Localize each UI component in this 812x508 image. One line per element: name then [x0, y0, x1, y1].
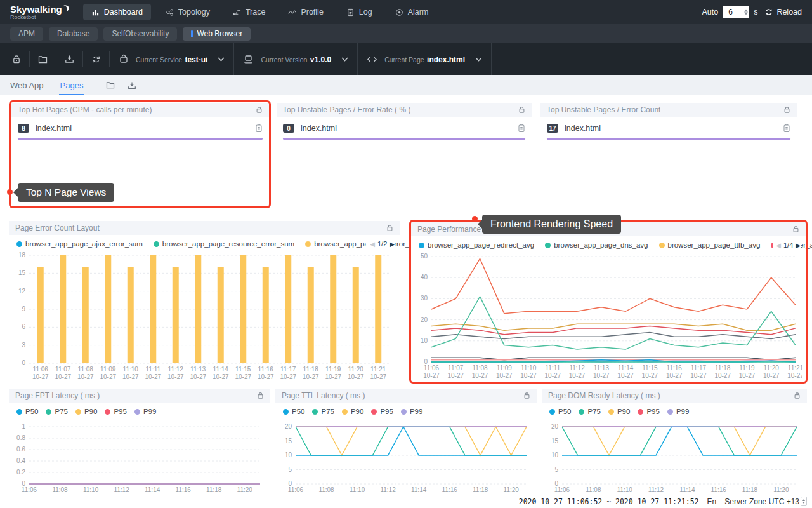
refresh-icon[interactable] [83, 51, 110, 67]
svg-text:10-27: 10-27 [787, 372, 802, 379]
svg-text:11:14: 11:14 [411, 486, 427, 493]
svg-text:10-27: 10-27 [666, 372, 683, 379]
legend-item[interactable]: browser_app_page_dns_avg [545, 241, 648, 249]
card-top-unstable-error-count: Top Unstable Pages / Error Count 17 inde… [540, 103, 797, 141]
svg-text:40: 40 [421, 274, 428, 281]
nav-item-log[interactable]: Log [338, 4, 381, 20]
svg-text:11:16: 11:16 [258, 366, 274, 373]
lock-icon[interactable] [257, 392, 264, 399]
lock-icon[interactable] [256, 106, 263, 114]
service-selector[interactable]: Current Service test-ui [110, 43, 234, 75]
code-icon [367, 55, 377, 64]
page-ttl-latency-chart[interactable]: 0510152011:0611:0811:1011:1211:1411:1611… [277, 418, 533, 499]
nav-item-alarm[interactable]: Alarm [387, 4, 437, 20]
svg-text:11:17: 11:17 [691, 364, 707, 371]
toplist-row[interactable]: 17 index.html [540, 117, 797, 138]
svg-text:11:21: 11:21 [788, 364, 802, 371]
tab-database[interactable]: Database [49, 27, 98, 41]
svg-text:10-27: 10-27 [447, 372, 464, 379]
legend-item[interactable]: P95 [371, 408, 393, 415]
toplist-row[interactable]: 8 index.html [11, 117, 269, 138]
page-error-count-chart[interactable]: 036912151811:0610-2711:0710-2711:0810-27… [10, 250, 396, 382]
legend-item[interactable]: P75 [46, 408, 67, 415]
legend-item[interactable]: browser_app_page_js_error_sum [305, 240, 423, 248]
legend-label: P75 [587, 408, 600, 415]
dashboard-icon [91, 8, 100, 17]
legend-item[interactable]: P50 [283, 408, 304, 415]
legend-dot [659, 243, 665, 248]
legend-dot [312, 409, 318, 415]
lock-icon[interactable] [523, 392, 530, 399]
svg-text:11:20: 11:20 [348, 366, 364, 373]
main-menu: Dashboard Topology Trace Profile Log Ala… [83, 4, 437, 20]
svg-text:10-27: 10-27 [642, 372, 658, 379]
subtab-web-app[interactable]: Web App [10, 75, 44, 95]
chart-legend: ◀ 1/4 ▶ browser_app_page_redirect_avg br… [411, 236, 806, 251]
folder-icon[interactable] [106, 81, 115, 89]
lock-icon[interactable] [783, 106, 790, 114]
legend-item[interactable]: P50 [549, 408, 571, 415]
auto-interval-input[interactable]: 6 [723, 6, 749, 18]
pagination-prev-icon[interactable]: ◀ [776, 242, 781, 249]
legend-item[interactable]: P99 [134, 408, 156, 415]
pagination-next-icon[interactable]: ▶ [796, 242, 801, 249]
lock-icon[interactable] [386, 224, 393, 232]
svg-text:10-27: 10-27 [235, 373, 251, 380]
toplist-row[interactable]: 0 index.html [277, 117, 532, 138]
legend-item[interactable]: P75 [579, 408, 600, 415]
legend-item[interactable]: P95 [105, 408, 126, 415]
legend-item[interactable]: P90 [75, 408, 97, 415]
svg-text:10-27: 10-27 [593, 372, 610, 379]
legend-item[interactable]: P99 [401, 408, 422, 415]
page-selector[interactable]: Current Page index.html [358, 43, 492, 75]
reload-button[interactable]: Reload [764, 8, 802, 17]
lock-icon[interactable] [794, 392, 801, 399]
page-fpt-latency-chart[interactable]: 00.20.40.60.8111:0611:0811:1011:1211:141… [10, 418, 266, 499]
tab-web-browser[interactable]: Web Browser [183, 27, 251, 41]
page-performance-chart[interactable]: 0102030405011:0610-2711:0710-2711:0810-2… [412, 251, 802, 381]
lock-icon[interactable] [792, 225, 799, 233]
version-selector[interactable]: Current Version v1.0.0 [234, 43, 358, 75]
legend-dot [16, 241, 22, 247]
nav-item-trace[interactable]: Trace [225, 4, 274, 20]
copy-icon[interactable] [255, 124, 263, 133]
svg-text:0: 0 [22, 359, 25, 366]
nav-item-profile[interactable]: Profile [280, 4, 331, 20]
legend-item[interactable]: browser_app_page_ajax_error_sum [16, 240, 143, 248]
copy-icon[interactable] [518, 124, 525, 133]
legend-item[interactable]: P50 [16, 408, 38, 415]
tab-selfobservability[interactable]: SelfObservability [103, 27, 177, 41]
page-dom-ready-latency-chart[interactable]: 0510152011:0611:0811:1011:1211:1411:1611… [543, 418, 803, 499]
legend-item[interactable]: P90 [342, 408, 363, 415]
legend-item[interactable]: browser_app_page_resource_error_sum [154, 240, 294, 248]
legend-item[interactable]: browser_app_page_redirect_avg [419, 241, 534, 249]
folder-icon[interactable] [30, 51, 56, 67]
svg-text:6: 6 [22, 323, 25, 330]
legend-item[interactable]: P75 [312, 408, 334, 415]
svg-text:10: 10 [285, 451, 292, 458]
nav-item-topology[interactable]: Topology [157, 4, 218, 20]
lock-icon[interactable] [518, 106, 525, 114]
pagination-label: 1/4 [783, 241, 793, 249]
legend-item[interactable]: P95 [638, 408, 659, 415]
nav-item-dashboard[interactable]: Dashboard [83, 4, 151, 20]
svg-text:11:12: 11:12 [648, 486, 664, 493]
download-icon[interactable] [128, 81, 136, 90]
zone-stepper[interactable] [801, 497, 807, 506]
selector-label: Current Version [261, 56, 307, 64]
svg-text:11:12: 11:12 [114, 486, 129, 493]
logo[interactable]: Skywalking Rocketbot [10, 4, 69, 20]
copy-icon[interactable] [783, 124, 790, 133]
server-zone-control[interactable]: Server Zone UTC +13 [724, 497, 807, 506]
auto-interval-stepper[interactable] [742, 8, 748, 17]
pagination-next-icon[interactable]: ▶ [390, 241, 395, 248]
download-icon[interactable] [56, 51, 83, 67]
pagination-prev-icon[interactable]: ◀ [370, 241, 375, 248]
language-toggle[interactable]: En [707, 497, 717, 506]
legend-item[interactable]: browser_app_page_ttfb_avg [659, 241, 761, 249]
lock-icon[interactable] [4, 51, 30, 67]
subtab-pages[interactable]: Pages [60, 75, 84, 95]
tab-apm[interactable]: APM [10, 27, 43, 41]
legend-item[interactable]: P90 [608, 408, 630, 415]
legend-item[interactable]: P99 [667, 408, 689, 415]
